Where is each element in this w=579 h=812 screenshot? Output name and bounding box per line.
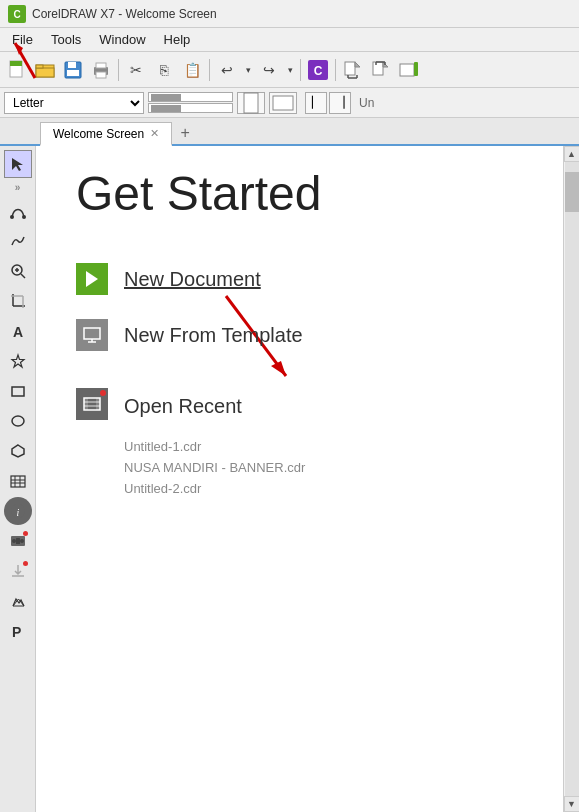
- cut-button[interactable]: ✂: [123, 57, 149, 83]
- scroll-down-arrow[interactable]: ▼: [564, 796, 580, 812]
- table-icon: [10, 473, 26, 489]
- smart-icon: [10, 593, 26, 609]
- undo-button[interactable]: ↩: [214, 57, 240, 83]
- menu-help[interactable]: Help: [156, 30, 199, 49]
- tool-rectangle[interactable]: [4, 377, 32, 405]
- svg-rect-61: [84, 328, 100, 339]
- svg-rect-6: [36, 65, 43, 68]
- zoom-icon: [10, 263, 26, 279]
- title-bar: C CorelDRAW X7 - Welcome Screen: [0, 0, 579, 28]
- landscape-icon: [272, 94, 294, 112]
- coreldraw-logo: C: [8, 5, 26, 23]
- scroll-thumb[interactable]: [565, 172, 579, 212]
- tool-crop[interactable]: [4, 287, 32, 315]
- svg-marker-29: [12, 158, 23, 171]
- undo-dropdown[interactable]: ▾: [242, 57, 254, 83]
- svg-point-53: [12, 539, 16, 543]
- corel-connect-button[interactable]: C: [305, 57, 331, 83]
- property-bar: Letter ▏ ▕ Un: [0, 88, 579, 118]
- export-icon: [372, 61, 390, 79]
- open-recent-icon: [76, 388, 108, 420]
- svg-rect-65: [84, 398, 88, 410]
- filmstrip-icon: [83, 396, 101, 412]
- tool-bezier[interactable]: [4, 197, 32, 225]
- tool-download[interactable]: [4, 557, 32, 585]
- crop-icon: [10, 293, 26, 309]
- align-right-button[interactable]: ▕: [329, 92, 351, 114]
- svg-rect-26: [414, 62, 418, 76]
- scroll-up-arrow[interactable]: ▲: [564, 146, 580, 162]
- svg-rect-11: [96, 63, 106, 68]
- tool-smart[interactable]: [4, 587, 32, 615]
- new-document-row: New Document: [76, 251, 523, 307]
- svg-rect-3: [10, 61, 22, 66]
- menu-tools[interactable]: Tools: [43, 30, 89, 49]
- film-dot: [100, 390, 106, 396]
- svg-text:A: A: [13, 324, 23, 339]
- tab-close-icon[interactable]: ✕: [150, 127, 159, 140]
- svg-rect-12: [96, 72, 106, 78]
- tool-zoom[interactable]: [4, 257, 32, 285]
- tool-polygon[interactable]: [4, 437, 32, 465]
- freehand-icon: [10, 233, 26, 249]
- toolbar-separator-2: [209, 59, 210, 81]
- tool-select[interactable]: [4, 150, 32, 178]
- tool-table[interactable]: [4, 467, 32, 495]
- menu-bar: File Tools Window Help: [0, 28, 579, 52]
- toolbar: ✂ ⎘ 📋 ↩ ▾ ↪ ▾ C: [0, 52, 579, 88]
- svg-rect-25: [400, 64, 414, 76]
- recent-file-1[interactable]: NUSA MANDIRI - BANNER.cdr: [124, 457, 523, 478]
- menu-window[interactable]: Window: [91, 30, 153, 49]
- portrait-icon: [242, 92, 260, 114]
- recent-file-0[interactable]: Untitled-1.cdr: [124, 436, 523, 457]
- export-button[interactable]: [368, 57, 394, 83]
- welcome-actions: New Document New From Template: [76, 251, 523, 499]
- text-icon: A: [10, 323, 26, 339]
- copy-button[interactable]: ⎘: [151, 57, 177, 83]
- tab-label: Welcome Screen: [53, 127, 144, 141]
- redo-button[interactable]: ↪: [256, 57, 282, 83]
- tab-welcome-screen[interactable]: Welcome Screen ✕: [40, 122, 172, 146]
- save-button[interactable]: [60, 57, 86, 83]
- tool-ellipse[interactable]: [4, 407, 32, 435]
- page-size-select[interactable]: Letter: [4, 92, 144, 114]
- save-icon: [64, 61, 82, 79]
- new-template-row: New From Template: [76, 307, 523, 363]
- tool-paragraph[interactable]: P: [4, 617, 32, 645]
- polygon-icon: [10, 443, 26, 459]
- tool-expand-button[interactable]: »: [13, 180, 23, 195]
- tool-text[interactable]: A: [4, 317, 32, 345]
- tab-add-button[interactable]: +: [174, 122, 196, 144]
- print-button[interactable]: [88, 57, 114, 83]
- select-icon: [10, 156, 26, 172]
- new-file-button[interactable]: [4, 57, 30, 83]
- open-recent-title: Open Recent: [124, 383, 242, 424]
- recent-file-2[interactable]: Untitled-2.cdr: [124, 478, 523, 499]
- right-scrollbar: ▲ ▼: [563, 146, 579, 812]
- portrait-button[interactable]: [237, 92, 265, 114]
- paragraph-icon: P: [10, 623, 26, 639]
- redo-dropdown[interactable]: ▾: [284, 57, 296, 83]
- open-file-button[interactable]: [32, 57, 58, 83]
- tool-film[interactable]: [4, 527, 32, 555]
- tool-star[interactable]: [4, 347, 32, 375]
- new-document-link[interactable]: New Document: [124, 268, 261, 291]
- svg-rect-8: [68, 62, 76, 68]
- menu-file[interactable]: File: [4, 30, 41, 49]
- svg-point-43: [12, 416, 24, 426]
- svg-marker-44: [12, 445, 24, 457]
- ellipse-icon: [10, 413, 26, 429]
- open-recent-row: Open Recent: [76, 371, 523, 436]
- svg-rect-42: [12, 387, 24, 396]
- landscape-button[interactable]: [269, 92, 297, 114]
- align-left-button[interactable]: ▏: [305, 92, 327, 114]
- tool-freehand[interactable]: [4, 227, 32, 255]
- svg-rect-15: [345, 62, 355, 75]
- tool-info[interactable]: i: [4, 497, 32, 525]
- new-file-icon: [7, 60, 27, 80]
- import-button[interactable]: [340, 57, 366, 83]
- download-red-dot: [23, 561, 28, 566]
- paste-button[interactable]: 📋: [179, 57, 205, 83]
- svg-text:i: i: [16, 507, 19, 518]
- publish-button[interactable]: [396, 57, 422, 83]
